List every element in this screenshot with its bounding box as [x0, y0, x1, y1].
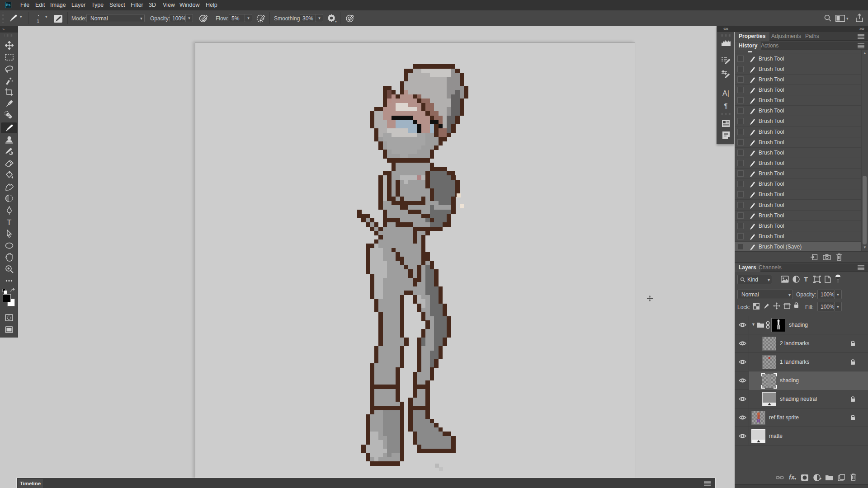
svg-text:T: T — [7, 218, 11, 226]
